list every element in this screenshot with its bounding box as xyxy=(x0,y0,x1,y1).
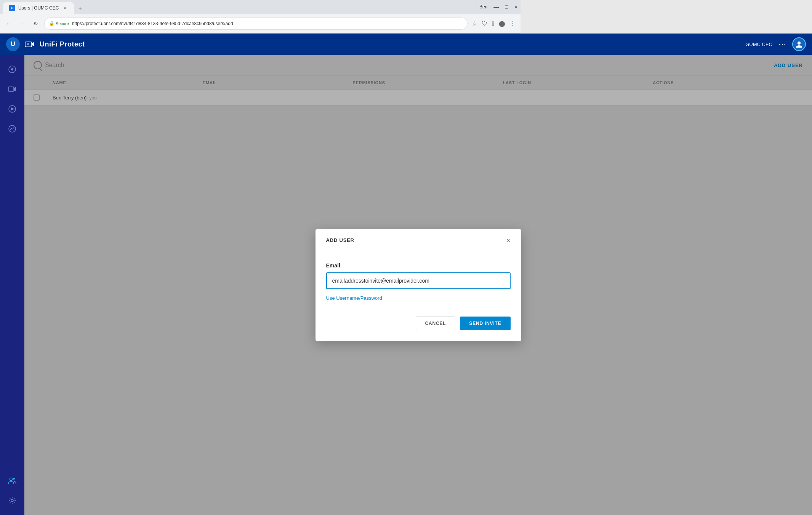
modal-title: ADD USER xyxy=(326,237,354,243)
modal-body: Email Use Username/Password xyxy=(316,250,521,293)
modal-overlay[interactable]: ADD USER × Email Use Username/Password C… xyxy=(24,55,521,293)
add-user-modal: ADD USER × Email Use Username/Password C… xyxy=(316,229,521,293)
close-window-button[interactable]: × xyxy=(514,4,517,10)
browser-addressbar: ← → ↻ 🔒 Secure https://protect.ubnt.com/… xyxy=(0,14,521,34)
sidebar-item-playback[interactable] xyxy=(4,101,21,117)
svg-marker-1 xyxy=(32,42,34,46)
maximize-button[interactable]: □ xyxy=(505,4,508,10)
refresh-button[interactable]: ↻ xyxy=(30,18,41,29)
addressbar-icons: ☆ 🛡 ℹ ⬤ ⋮ xyxy=(471,18,517,29)
minimize-button[interactable]: — xyxy=(493,4,499,10)
app-header: U UniFi Protect GUMC CEC ⋯ xyxy=(0,34,521,55)
active-tab[interactable]: U Users | GUMC CEC × xyxy=(3,2,74,14)
logo-area: U UniFi Protect xyxy=(6,37,85,51)
left-sidebar xyxy=(0,34,24,293)
shield-icon[interactable]: 🛡 xyxy=(480,19,489,28)
main-content: Search ADD USER NAME EMAIL PERMISSIONS L… xyxy=(24,55,521,293)
bookmark-icon[interactable]: ☆ xyxy=(471,19,479,29)
svg-rect-6 xyxy=(8,87,14,91)
sidebar-item-analytics[interactable] xyxy=(4,120,21,137)
tab-title: Users | GUMC CEC xyxy=(18,5,59,11)
tab-favicon: U xyxy=(9,5,15,11)
sidebar-item-cameras[interactable] xyxy=(4,81,21,98)
forward-button[interactable]: → xyxy=(17,18,27,29)
browser-user-name: Ben xyxy=(479,4,487,10)
email-label: Email xyxy=(326,262,511,269)
email-input[interactable] xyxy=(326,272,511,289)
modal-close-button[interactable]: × xyxy=(506,237,511,244)
lock-icon: 🔒 xyxy=(49,21,54,26)
svg-point-2 xyxy=(27,43,29,45)
address-field[interactable]: 🔒 Secure https://protect.ubnt.com/nvr/ff… xyxy=(44,18,468,30)
secure-badge: 🔒 Secure xyxy=(49,21,69,26)
chrome-menu-button[interactable]: ⋮ xyxy=(508,18,517,29)
window-controls: Ben — □ × xyxy=(479,4,517,10)
modal-header: ADD USER × xyxy=(316,229,521,250)
app-name: UniFi Protect xyxy=(40,40,85,48)
extension-icon[interactable]: ⬤ xyxy=(497,19,507,29)
svg-marker-7 xyxy=(14,87,16,91)
info-icon[interactable]: ℹ xyxy=(490,19,496,29)
url-display: https://protect.ubnt.com/nvr/ff41d884-81… xyxy=(72,21,463,26)
back-button[interactable]: ← xyxy=(3,18,14,29)
ubiquiti-logo[interactable]: U xyxy=(6,37,20,51)
svg-marker-9 xyxy=(11,107,14,110)
tab-close-button[interactable]: × xyxy=(62,5,68,11)
secure-label: Secure xyxy=(56,21,69,26)
users-area: Search ADD USER NAME EMAIL PERMISSIONS L… xyxy=(24,55,521,293)
camera-icon xyxy=(24,39,35,50)
svg-point-5 xyxy=(11,68,13,70)
new-tab-button[interactable]: + xyxy=(75,3,85,14)
browser-titlebar: U Users | GUMC CEC × + Ben — □ × xyxy=(0,0,521,14)
browser-tabs: U Users | GUMC CEC × + xyxy=(3,0,85,14)
sidebar-item-liveview[interactable] xyxy=(4,61,21,78)
